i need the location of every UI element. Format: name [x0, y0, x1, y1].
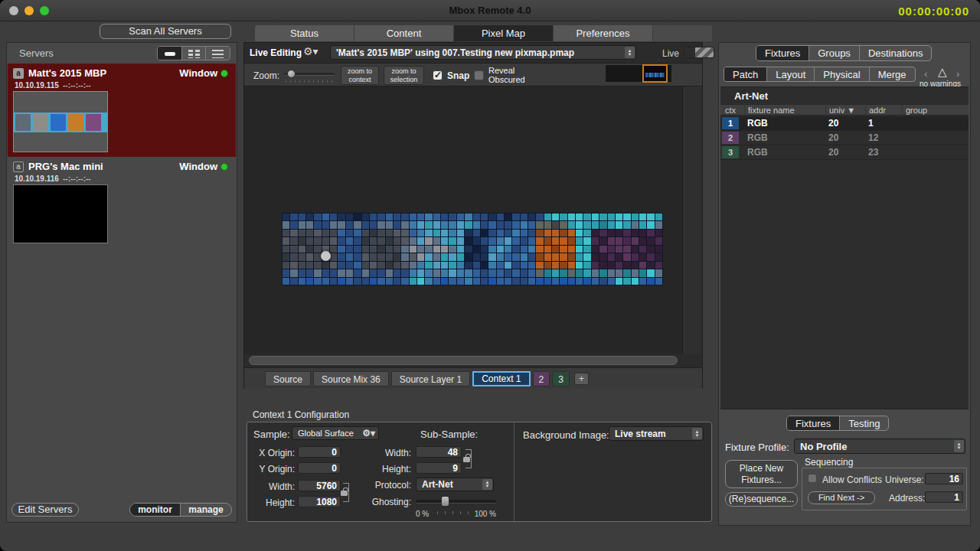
pixel-cell[interactable] [425, 269, 432, 276]
warning-next-icon[interactable]: › [956, 68, 959, 80]
pixel-cell[interactable] [608, 253, 615, 260]
pixel-cell[interactable] [433, 214, 440, 220]
pixel-cell[interactable] [290, 246, 297, 253]
layer-tab-[interactable]: + [574, 373, 589, 385]
pixel-cell[interactable] [576, 237, 583, 244]
background-image-select[interactable]: Live stream ▲▼ [609, 426, 704, 441]
pixel-cell[interactable] [544, 278, 551, 285]
pixel-cell[interactable] [512, 262, 519, 269]
pixel-cell[interactable] [425, 230, 432, 236]
pixel-cell[interactable] [433, 262, 440, 269]
pixel-cell[interactable] [536, 269, 543, 276]
pixel-cell[interactable] [330, 230, 337, 236]
pixel-cell[interactable] [497, 253, 504, 260]
pixel-cell[interactable] [338, 269, 345, 276]
pixel-cell[interactable] [330, 246, 337, 253]
pixel-cell[interactable] [488, 269, 495, 276]
pixel-cell[interactable] [488, 278, 495, 285]
horizontal-scrollbar-track[interactable] [244, 354, 702, 367]
pixel-cell[interactable] [488, 237, 495, 244]
pixel-cell[interactable] [394, 221, 400, 228]
pixel-cell[interactable] [410, 221, 416, 228]
pixel-cell[interactable] [599, 246, 606, 253]
pixel-cell[interactable] [505, 253, 511, 260]
pixel-cell[interactable] [536, 237, 543, 244]
pixel-cell[interactable] [465, 246, 472, 253]
layer-tab-2[interactable]: 2 [533, 371, 550, 386]
live-toggle[interactable] [684, 47, 714, 58]
pixel-cell[interactable] [417, 221, 424, 228]
pixel-cell[interactable] [655, 246, 662, 253]
pixel-cell[interactable] [512, 253, 519, 260]
pixel-cell[interactable] [449, 253, 456, 260]
pixel-cell[interactable] [592, 253, 599, 260]
pixel-grid[interactable] [282, 213, 663, 285]
pixel-cell[interactable] [299, 237, 305, 244]
pixel-cell[interactable] [410, 246, 416, 253]
pixel-cell[interactable] [616, 253, 622, 260]
server-item-matt-s-2015-mbp[interactable]: a Matt's 2015 MBP Window 10.10.19.115 --… [8, 64, 236, 157]
pixel-cell[interactable] [481, 278, 488, 285]
pixel-cell[interactable] [457, 262, 464, 269]
pixel-cell[interactable] [306, 278, 313, 285]
pixel-cell[interactable] [457, 230, 464, 236]
pixel-cell[interactable] [283, 269, 289, 276]
pixel-cell[interactable] [639, 214, 646, 220]
pixel-cell[interactable] [623, 246, 630, 253]
pixel-cell[interactable] [647, 269, 654, 276]
pixel-cell[interactable] [417, 278, 424, 285]
pixel-cell[interactable] [410, 269, 416, 276]
pixel-cell[interactable] [481, 253, 488, 260]
pixel-cell[interactable] [528, 246, 535, 253]
pixel-cell[interactable] [473, 214, 480, 220]
pixel-cell[interactable] [632, 221, 639, 228]
protocol-select[interactable]: Art-Net ▲▼ [416, 478, 494, 491]
pixel-cell[interactable] [354, 278, 361, 285]
pixel-cell[interactable] [386, 262, 393, 269]
layer-tab-source-mix-36[interactable]: Source Mix 36 [313, 371, 389, 386]
pixel-cell[interactable] [599, 269, 606, 276]
tab-content[interactable]: Content [354, 25, 454, 41]
stepper-icon[interactable]: ▲▼ [625, 47, 635, 58]
pixel-cell[interactable] [616, 269, 622, 276]
fixtures-tab-groups[interactable]: Groups [809, 46, 860, 60]
pixel-cell[interactable] [497, 230, 504, 236]
layer-tab-context-1[interactable]: Context 1 [472, 371, 530, 386]
pixel-cell[interactable] [338, 221, 345, 228]
stepper-icon[interactable]: ▲▼ [692, 428, 702, 439]
pixel-cell[interactable] [560, 214, 567, 220]
pixel-cell[interactable] [441, 262, 448, 269]
pixel-cell[interactable] [306, 253, 313, 260]
pixel-cell[interactable] [417, 269, 424, 276]
pixel-cell[interactable] [552, 221, 559, 228]
pixel-cell[interactable] [655, 214, 662, 220]
unlock-icon[interactable] [341, 491, 348, 496]
pixel-cell[interactable] [362, 214, 369, 220]
pixel-cell[interactable] [473, 269, 480, 276]
pixel-cell[interactable] [505, 246, 511, 253]
pixel-cell[interactable] [465, 221, 472, 228]
pixel-cell[interactable] [449, 262, 456, 269]
pixel-cell[interactable] [354, 262, 361, 269]
pixel-cell[interactable] [497, 246, 504, 253]
pixel-cell[interactable] [497, 278, 504, 285]
pixel-cell[interactable] [377, 237, 384, 244]
pixel-cell[interactable] [655, 221, 662, 228]
tab-preferences[interactable]: Preferences [554, 25, 653, 41]
pixel-cell[interactable] [401, 278, 408, 285]
pixel-cell[interactable] [394, 262, 400, 269]
pixel-cell[interactable] [457, 269, 464, 276]
pixel-cell[interactable] [608, 262, 615, 269]
pixel-cell[interactable] [512, 278, 519, 285]
horizontal-scrollbar-thumb[interactable] [249, 356, 678, 365]
gear-icon[interactable]: ⚙▾ [362, 428, 375, 439]
pixel-cell[interactable] [425, 214, 432, 220]
pixel-cell[interactable] [330, 253, 337, 260]
pixel-cell[interactable] [473, 262, 480, 269]
pixel-cell[interactable] [401, 269, 408, 276]
pixel-cell[interactable] [521, 262, 528, 269]
pixel-cell[interactable] [552, 246, 559, 253]
layer-tab-source[interactable]: Source [265, 371, 311, 386]
pixel-cell[interactable] [560, 278, 567, 285]
pixel-cell[interactable] [536, 230, 543, 236]
